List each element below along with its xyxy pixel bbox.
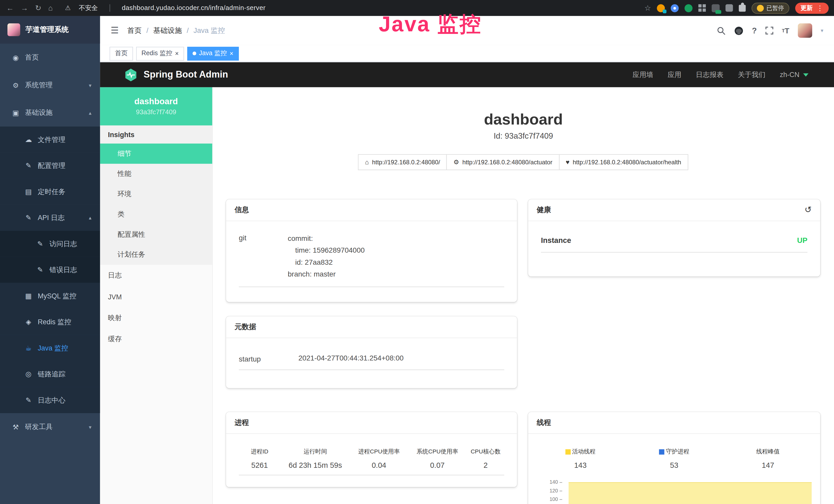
sba-nav-applications[interactable]: 应用	[667, 70, 681, 79]
sidebar-item-mysql-monitor[interactable]: ▦ MySQL 监控	[0, 283, 100, 309]
health-url-link[interactable]: ♥ http://192.168.0.2:48080/actuator/heal…	[559, 154, 688, 170]
sidebar-item-tracing[interactable]: ◎ 链路追踪	[0, 361, 100, 387]
sba-nav-about[interactable]: 关于我们	[738, 70, 766, 79]
extension-icon-pin[interactable]	[671, 4, 679, 12]
font-size-icon[interactable]: TT	[782, 26, 789, 35]
close-icon[interactable]: ×	[229, 50, 234, 57]
not-secure-warning-icon[interactable]: ⚠	[65, 4, 71, 12]
sidebar-item-system-management[interactable]: ⚙ 系统管理 ▾	[0, 71, 100, 99]
sidebar-collapse-icon[interactable]: ☰	[111, 25, 119, 36]
edit-icon: ✎	[24, 162, 33, 170]
back-icon[interactable]: ←	[6, 4, 14, 12]
table-row: Instance UP	[541, 236, 807, 252]
sidebar-item-log-center[interactable]: ✎ 日志中心	[0, 387, 100, 413]
profile-paused-chip[interactable]: 已暂停	[751, 2, 789, 13]
service-url-link[interactable]: ⌂ http://192.168.0.2:48080/	[358, 154, 447, 170]
sidebar-item-java-monitor[interactable]: ☕ Java 监控	[0, 335, 100, 361]
search-icon[interactable]	[717, 26, 725, 35]
sba-nav-wallboard[interactable]: 应用墙	[633, 70, 654, 79]
bookmark-star-icon[interactable]: ☆	[644, 4, 651, 12]
extension-icon-green[interactable]	[684, 4, 693, 12]
log-center-icon: ✎	[24, 396, 33, 404]
sba-item-jvm[interactable]: JVM	[100, 286, 212, 307]
sidebar-item-label: 首页	[25, 53, 39, 62]
forward-icon[interactable]: →	[21, 4, 28, 12]
actuator-url-link[interactable]: ⚙ http://192.168.0.2:48080/actuator	[446, 154, 559, 170]
sidebar-item-scheduled-jobs[interactable]: ▤ 定时任务	[0, 179, 100, 205]
user-avatar[interactable]	[798, 23, 812, 38]
chrome-menu-dots-icon[interactable]: ⋮	[816, 4, 824, 12]
sidebar-item-infrastructure[interactable]: ▣ 基础设施 ▴	[0, 99, 100, 127]
sidebar-item-api-logs[interactable]: ✎ API 日志 ▴	[0, 205, 100, 231]
tab-java-monitor[interactable]: Java 监控 ×	[187, 46, 239, 60]
avatar-caret-down-icon[interactable]: ▾	[821, 28, 823, 33]
browser-update-button[interactable]: 更新 ⋮	[795, 2, 829, 13]
app-logo[interactable]: 芋道管理系统	[0, 16, 100, 44]
git-branch-line: branch: master	[288, 268, 365, 280]
sba-hexagon-logo-icon	[124, 68, 138, 82]
sba-item-loggers[interactable]: 日志	[100, 265, 212, 286]
breadcrumb-infrastructure[interactable]: 基础设施	[153, 26, 182, 35]
sba-instance-header[interactable]: dashboard 93a3fc7f7409	[100, 87, 212, 125]
sba-language-select[interactable]: zh-CN	[780, 71, 808, 78]
reload-icon[interactable]: ↻	[35, 4, 41, 12]
java-icon: ☕	[24, 344, 33, 352]
instance-links: ⌂ http://192.168.0.2:48080/ ⚙ http://192…	[213, 154, 834, 170]
sba-item-config-props[interactable]: 配置属性	[100, 224, 212, 245]
extension-icon-gray[interactable]	[726, 4, 733, 12]
sba-item-classes[interactable]: 类	[100, 204, 212, 224]
sba-brand-link[interactable]: Spring Boot Admin	[124, 68, 228, 82]
process-col-pid: 进程ID 5261	[239, 448, 281, 469]
tab-redis-monitor[interactable]: Redis 监控 ×	[136, 46, 184, 60]
sidebar-item-home[interactable]: ◉ 首页	[0, 44, 100, 71]
sidebar-item-error-logs[interactable]: ✎ 错误日志	[0, 257, 100, 283]
instance-id: 93a3fc7f7409	[136, 108, 176, 116]
breadcrumb-home[interactable]: 首页	[127, 26, 141, 35]
header-actions: ? TT ▾	[717, 23, 834, 38]
sba-nav-journal[interactable]: 日志报表	[696, 70, 724, 79]
metadata-card-header: 元数据	[226, 316, 517, 338]
trace-icon: ◎	[24, 370, 33, 378]
sba-item-mappings[interactable]: 映射	[100, 307, 212, 329]
fullscreen-icon[interactable]	[765, 27, 773, 35]
process-table: 进程ID 5261 运行时间 6d 23h 15m 59s 进程CPU使用率 0…	[239, 448, 504, 476]
address-bar-url[interactable]: dashboard.yudao.iocoder.cn/infra/admin-s…	[122, 4, 266, 12]
sidebar-item-label: Redis 监控	[38, 317, 71, 327]
chevron-up-icon: ▴	[89, 215, 91, 221]
browser-toolbar-right: ☆ 已暂停 更新 ⋮	[644, 2, 834, 13]
legend-live-threads: 活动线程 143	[533, 448, 627, 469]
sidebar-item-file-management[interactable]: ☁ 文件管理	[0, 127, 100, 153]
sba-item-caches[interactable]: 缓存	[100, 329, 212, 350]
sidebar-item-dev-tools[interactable]: ⚒ 研发工具 ▾	[0, 413, 100, 441]
help-icon[interactable]: ?	[752, 26, 757, 35]
column-header: 进程CPU使用率	[350, 448, 408, 456]
browser-home-icon[interactable]: ⌂	[48, 4, 53, 12]
history-icon[interactable]: ↺	[805, 206, 812, 214]
app-title: 芋道管理系统	[25, 25, 69, 35]
table-row: git commit: time: 1596289704000 id: 27aa…	[239, 233, 504, 287]
sba-item-details[interactable]: 细节	[100, 143, 212, 164]
extensions-puzzle-icon[interactable]	[739, 5, 746, 12]
sba-item-environment[interactable]: 环境	[100, 184, 212, 204]
sba-item-scheduled-tasks[interactable]: 计划任务	[100, 245, 212, 265]
tab-home[interactable]: 首页	[110, 46, 133, 60]
github-icon[interactable]	[734, 26, 743, 35]
extension-icon-orange[interactable]	[657, 4, 665, 12]
sba-insights-section: Insights 细节 性能 环境 类 配置属性 计划任务	[100, 125, 212, 265]
legend-value: 53	[627, 461, 721, 469]
info-card: 信息 git commit: time: 1596289704000 id: 2…	[226, 200, 517, 302]
sba-item-metrics[interactable]: 性能	[100, 164, 212, 184]
extension-icon-switch[interactable]	[712, 4, 720, 12]
extension-icon-grid[interactable]	[698, 4, 701, 7]
close-icon[interactable]: ×	[175, 50, 179, 57]
sba-sidebar: dashboard 93a3fc7f7409 Insights 细节 性能 环境…	[100, 87, 213, 504]
sidebar-item-label: 文件管理	[38, 135, 66, 144]
breadcrumb-current: Java 监控	[193, 26, 225, 35]
sidebar-item-config-management[interactable]: ✎ 配置管理	[0, 153, 100, 179]
sba-brand-title: Spring Boot Admin	[144, 69, 228, 80]
sidebar-item-access-logs[interactable]: ✎ 访问日志	[0, 231, 100, 257]
column-value: 0.07	[409, 461, 466, 469]
sba-language-label: zh-CN	[780, 71, 799, 78]
sidebar-item-label: MySQL 监控	[38, 291, 76, 301]
sidebar-item-redis-monitor[interactable]: ◈ Redis 监控	[0, 309, 100, 335]
